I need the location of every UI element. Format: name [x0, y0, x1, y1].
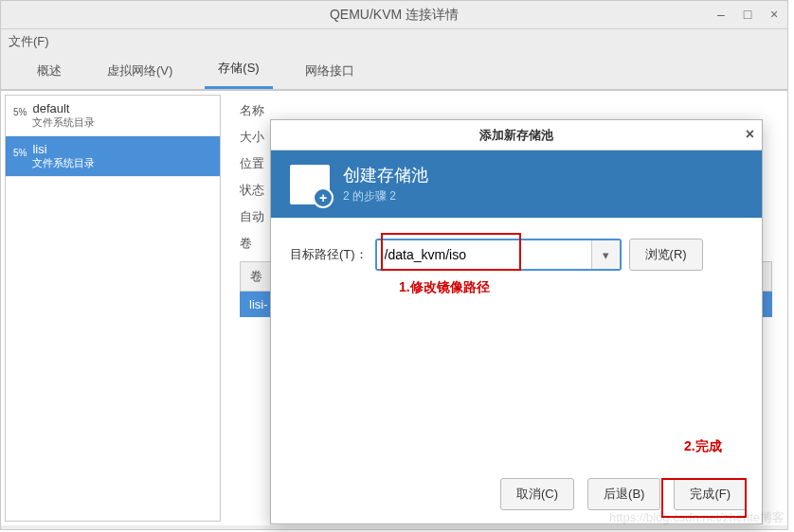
pool-usage: 5% [13, 107, 27, 117]
tab-net-interface[interactable]: 网络接口 [292, 55, 368, 89]
titlebar: QEMU/KVM 连接详情 – □ × [1, 1, 787, 29]
tab-overview[interactable]: 概述 [24, 55, 75, 89]
pool-name: default [13, 101, 212, 115]
label-name: 名称 [240, 102, 772, 119]
maximize-button[interactable]: □ [738, 5, 757, 24]
close-icon[interactable]: × [746, 126, 754, 143]
pool-type: 文件系统目录 [13, 156, 212, 170]
target-path-input[interactable] [377, 240, 591, 269]
pool-item-lisi[interactable]: 5% lisi 文件系统目录 [6, 136, 220, 177]
target-path-combo[interactable]: ▾ [375, 239, 622, 271]
target-path-label: 目标路径(T)： [290, 246, 368, 263]
new-pool-icon [290, 165, 330, 204]
dialog-header-title: 创建存储池 [343, 164, 428, 186]
browse-button[interactable]: 浏览(R) [629, 239, 703, 271]
back-button[interactable]: 后退(B) [587, 478, 660, 510]
cancel-button[interactable]: 取消(C) [500, 478, 574, 510]
dialog-step: 2 的步骤 2 [343, 188, 428, 204]
pool-list: 5% default 文件系统目录 5% lisi 文件系统目录 [5, 95, 221, 522]
minimize-button[interactable]: – [712, 5, 731, 24]
tab-virtual-network[interactable]: 虚拟网络(V) [94, 55, 186, 89]
close-button[interactable]: × [765, 5, 784, 24]
pool-name: lisi [13, 142, 212, 156]
annotation-text-2: 2.完成 [684, 438, 722, 455]
pool-usage: 5% [13, 148, 27, 158]
pool-item-default[interactable]: 5% default 文件系统目录 [6, 96, 220, 136]
window-title: QEMU/KVM 连接详情 [1, 7, 787, 24]
tab-storage[interactable]: 存储(S) [205, 52, 272, 89]
pool-type: 文件系统目录 [13, 115, 212, 130]
dialog-title: 添加新存储池 × [271, 120, 762, 151]
chevron-down-icon[interactable]: ▾ [591, 240, 620, 269]
finish-button[interactable]: 完成(F) [674, 478, 747, 510]
add-pool-dialog: 添加新存储池 × 创建存储池 2 的步骤 2 目标路径(T)： ▾ 浏览(R) … [270, 119, 763, 524]
menubar: 文件(F) [1, 29, 787, 54]
menu-file[interactable]: 文件(F) [9, 34, 49, 48]
dialog-header: 创建存储池 2 的步骤 2 [271, 151, 762, 218]
tabs: 概述 虚拟网络(V) 存储(S) 网络接口 [1, 54, 787, 90]
